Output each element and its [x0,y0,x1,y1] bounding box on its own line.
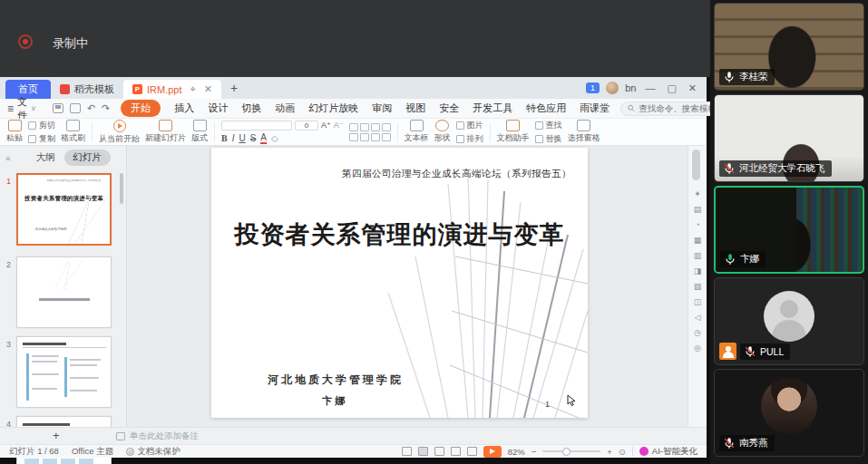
zoom-slider-knob[interactable] [562,448,571,456]
image-tool-icon[interactable]: ◫ [694,297,702,306]
template-icon[interactable]: ▦ [694,236,702,245]
new-slide-button[interactable]: 新建幻灯片 [145,120,186,144]
format-painter-button[interactable]: 格式刷 [61,120,85,144]
highlight-icon[interactable]: ◇ [271,133,278,143]
bold-button[interactable]: B [221,133,228,143]
maximize-button[interactable]: ▢ [664,82,678,94]
underline-button[interactable]: U [239,133,245,143]
menu-item-transitions[interactable]: 切换 [241,102,261,115]
menu-item-animation[interactable]: 动画 [275,102,295,115]
font-color-icon[interactable]: A [260,132,267,144]
close-window-button[interactable]: ✕ [686,82,699,94]
help-tool-icon[interactable]: ◎ [694,343,701,353]
find-button[interactable]: 查找 [535,120,562,131]
replace-button[interactable]: 替换 [535,133,562,145]
animation-pane-icon[interactable]: ◨ [694,266,702,276]
menu-item-review[interactable]: 审阅 [372,102,392,115]
video-tile-1[interactable]: 李桂荣 [714,3,864,91]
slide-thumbnail-1[interactable]: 第四届公司治理与企业成长高端论坛（系列报告五） 投资者关系管理的演进与变革 河北… [16,173,112,246]
theme-label[interactable]: Office 主题 [72,446,113,458]
thumbnail-scrollbar[interactable] [120,173,123,204]
redo-icon[interactable]: ↷ [102,102,110,114]
print-icon[interactable] [70,103,81,113]
font-family-select[interactable] [221,121,292,130]
slide-thumbnail-2[interactable] [16,256,112,328]
fit-window-icon[interactable]: ⊙ [619,447,626,457]
paste-button[interactable]: 粘贴 [6,120,23,144]
layout-button[interactable]: 版式 [191,120,208,144]
menu-item-insert[interactable]: 插入 [174,102,194,115]
picture-button[interactable]: 图片 [456,120,483,131]
copy-button[interactable]: 复制 [28,133,55,145]
protection-status[interactable]: ⊘ 文档未保护 [126,446,180,458]
menu-item-security[interactable]: 安全 [439,102,459,115]
slideshow-play-button[interactable] [483,446,502,458]
chart-icon[interactable]: ▥ [694,251,702,260]
text-box-button[interactable]: 文本框 [405,120,429,144]
zoom-slider[interactable] [542,450,600,452]
object-icon[interactable]: ▤ [694,205,702,214]
selection-pane-button[interactable]: 选择窗格 [568,120,600,144]
menu-item-apps[interactable]: 特色应用 [526,102,566,115]
zoom-in-button[interactable]: + [607,447,612,457]
video-tile-5[interactable]: 南秀燕 [714,369,864,457]
tab-docer[interactable]: 稻壳模板 [51,80,123,99]
zoom-level[interactable]: 82% [508,447,525,457]
menu-item-rainclassroom[interactable]: 雨课堂 [580,102,610,115]
add-slide-button[interactable]: + [53,429,60,442]
ai-beautify-button[interactable]: AI-智能美化 [639,446,697,458]
indent-right-icon[interactable] [382,123,391,131]
reading-view-icon[interactable] [451,447,461,456]
align-left-icon[interactable] [349,133,358,141]
history-icon[interactable]: ◷ [694,328,701,337]
play-from-current-button[interactable]: 从当前开始 [99,120,140,145]
new-tab-button[interactable]: + [230,81,238,95]
menu-item-devtools[interactable]: 开发工具 [473,102,512,115]
zoom-out-button[interactable]: − [532,447,537,457]
doc-assistant-button[interactable]: 文档助手 [497,120,530,144]
menu-item-design[interactable]: 设计 [208,102,228,115]
video-tile-3[interactable]: 卞娜 [714,186,864,274]
increase-font-icon[interactable]: A⁺ [321,121,331,130]
tab-outline[interactable]: 大纲 [36,151,55,164]
numbering-icon[interactable] [360,123,369,131]
bullets-icon[interactable] [349,123,358,131]
menu-item-home[interactable]: 开始 [121,100,161,117]
user-avatar[interactable] [606,82,619,94]
justify-icon[interactable] [382,133,391,141]
undo-icon[interactable]: ↶ [87,102,95,114]
notification-badge[interactable]: 1 [586,82,600,93]
menu-item-view[interactable]: 视图 [405,102,425,115]
sound-icon[interactable]: ◁ [695,313,701,322]
slide-thumbnail-3[interactable] [16,336,112,408]
minimize-button[interactable]: — [642,82,658,93]
normal-view-icon[interactable] [402,447,412,456]
tab-document[interactable]: P IRM.ppt ⌖ ✕ [123,80,221,99]
italic-button[interactable]: I [232,133,235,143]
pin-icon[interactable]: ⌖ [190,83,196,95]
slide-canvas[interactable]: 第四届公司治理与企业成长高端论坛（系列报告五） 投资者关系管理的演进与变革 河北… [211,148,588,418]
menu-item-slideshow[interactable]: 幻灯片放映 [308,102,358,115]
cut-button[interactable]: 剪切 [28,120,55,131]
collapse-panel-icon[interactable]: « [5,153,11,163]
strikethrough-button[interactable]: S [250,133,257,143]
notes-field[interactable]: 单击此处添加备注 [116,430,199,442]
editor-scrollbar[interactable] [692,150,700,180]
align-right-icon[interactable] [371,133,380,141]
save-icon[interactable] [53,103,63,113]
shapes-button[interactable]: 形状 [434,120,451,144]
align-center-icon[interactable] [360,133,369,141]
tab-slides[interactable]: 幻灯片 [64,150,112,166]
decrease-font-icon[interactable]: A⁻ [334,121,344,130]
indent-left-icon[interactable] [371,123,380,131]
media-icon[interactable]: ▧ [694,282,702,291]
properties-icon[interactable]: ✦ [694,189,701,198]
close-tab-icon[interactable]: ✕ [204,83,212,95]
sorter-view-icon[interactable] [434,447,444,456]
video-tile-4[interactable]: PULL [714,277,864,365]
cloud-icon[interactable]: ◔ [695,220,699,229]
font-size-select[interactable]: 0 [295,121,318,130]
file-menu[interactable]: ≡ 文件 ∨ [0,95,44,122]
notes-view-icon[interactable] [467,447,477,456]
arrange-button[interactable]: 排列 [456,133,483,145]
